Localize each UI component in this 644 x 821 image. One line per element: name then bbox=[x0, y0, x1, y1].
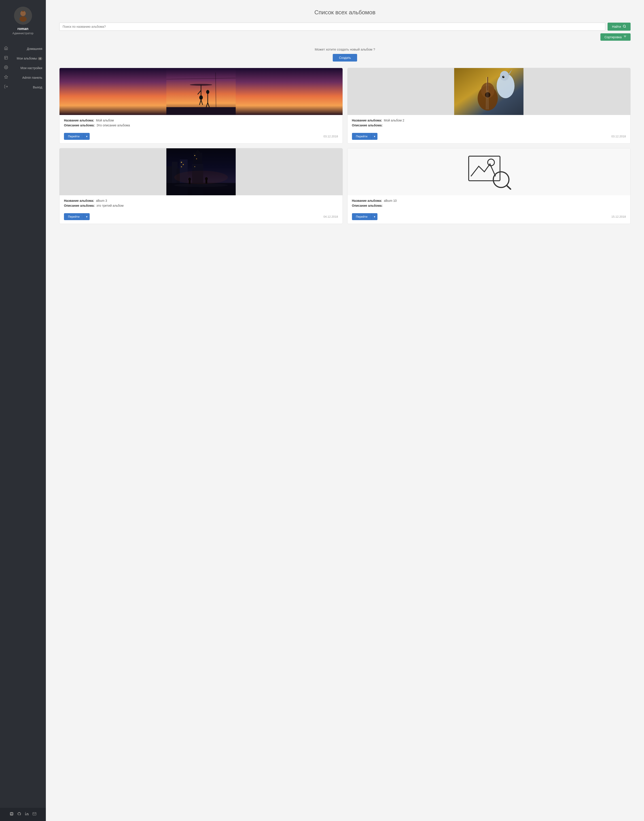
sidebar-item-admin[interactable]: Admin панель bbox=[0, 73, 46, 82]
search-row: Найти bbox=[59, 23, 630, 31]
album-name-value-1: Мой альбом bbox=[96, 118, 114, 122]
album-thumb-2 bbox=[348, 68, 630, 115]
search-icon bbox=[623, 25, 626, 29]
sidebar-item-my-albums[interactable]: Мои альбомы4 bbox=[0, 54, 46, 63]
goto-group-4: Перейти ▾ bbox=[352, 213, 378, 220]
album-name-field-3: Название альбома: album 3 bbox=[64, 199, 338, 203]
svg-point-59 bbox=[488, 159, 494, 166]
album-desc-label-3: Описание альбома: bbox=[64, 204, 95, 207]
sidebar-item-my-settings[interactable]: Мои настройки bbox=[0, 63, 46, 73]
avatar-area: roman Администратор bbox=[0, 0, 46, 39]
album-name-label-3: Название альбома: bbox=[64, 199, 94, 203]
svg-rect-21 bbox=[166, 107, 236, 115]
svg-point-36 bbox=[504, 76, 504, 77]
sidebar-item-home[interactable]: Домашняя bbox=[0, 44, 46, 54]
album-date-2: 03.12.2018 bbox=[611, 135, 626, 138]
github-icon[interactable] bbox=[17, 812, 21, 817]
album-desc-value-1: Это описание альбома bbox=[97, 123, 130, 127]
album-desc-field-2: Описание альбома: bbox=[352, 123, 626, 127]
svg-rect-47 bbox=[181, 166, 182, 167]
search-input[interactable] bbox=[59, 23, 605, 31]
sidebar-item-my-albums-label: Мои альбомы4 bbox=[11, 57, 42, 60]
album-desc-field-4: Описание альбома: bbox=[352, 204, 626, 207]
goto-button-4[interactable]: Перейти bbox=[352, 213, 372, 220]
svg-point-55 bbox=[188, 178, 191, 181]
album-name-label-2: Название альбома: bbox=[352, 118, 382, 122]
sidebar-username: roman bbox=[17, 27, 28, 31]
page-title: Список всех альбомов bbox=[59, 9, 630, 16]
album-date-1: 03.12.2018 bbox=[324, 135, 338, 138]
album-card-3: Название альбома: album 3 Описание альбо… bbox=[59, 148, 343, 224]
sidebar-item-home-label: Домашняя bbox=[11, 47, 42, 51]
album-name-value-4: album 10 bbox=[384, 199, 397, 203]
svg-point-33 bbox=[500, 71, 509, 81]
goto-group-2: Перейти ▾ bbox=[352, 133, 378, 140]
goto-dropdown-4[interactable]: ▾ bbox=[371, 213, 377, 220]
album-footer-4: Перейти ▾ 15.12.2018 bbox=[348, 210, 630, 224]
albums-badge: 4 bbox=[38, 57, 42, 60]
sort-button[interactable]: Сортировка bbox=[600, 33, 630, 41]
album-thumb-1 bbox=[60, 68, 343, 115]
album-name-field-2: Название альбома: Мой альбом 2 bbox=[352, 118, 626, 122]
album-name-field-4: Название альбома: album 10 bbox=[352, 199, 626, 203]
album-thumb-4 bbox=[348, 148, 630, 195]
create-prompt-text: Может хотите создать новый альбом ? bbox=[59, 48, 630, 51]
album-desc-label-4: Описание альбома: bbox=[352, 204, 383, 207]
album-card-4: Название альбома: album 10 Описание альб… bbox=[347, 148, 631, 224]
albums-icon bbox=[3, 56, 9, 61]
album-desc-field-3: Описание альбома: это третий альбом bbox=[64, 204, 338, 207]
sort-row: Сортировка bbox=[59, 33, 630, 41]
svg-rect-46 bbox=[183, 164, 184, 165]
svg-line-9 bbox=[625, 27, 626, 28]
goto-dropdown-3[interactable]: ▾ bbox=[84, 213, 90, 220]
album-info-4: Название альбома: album 10 Описание альб… bbox=[348, 195, 630, 210]
album-footer-2: Перейти ▾ 03.12.2018 bbox=[348, 130, 630, 143]
album-card-2: Название альбома: Мой альбом 2 Описание … bbox=[347, 68, 631, 144]
sidebar-item-logout[interactable]: Выход bbox=[0, 82, 46, 92]
sidebar-footer bbox=[0, 808, 46, 821]
home-icon bbox=[3, 46, 9, 51]
album-name-field-1: Название альбома: Мой альбом bbox=[64, 118, 338, 122]
email-icon[interactable] bbox=[32, 812, 37, 817]
avatar bbox=[14, 7, 32, 25]
svg-rect-45 bbox=[181, 162, 182, 163]
album-info-2: Название альбома: Мой альбом 2 Описание … bbox=[348, 115, 630, 130]
create-button[interactable]: Создать bbox=[333, 54, 357, 61]
vk-icon[interactable] bbox=[10, 812, 14, 817]
svg-rect-50 bbox=[194, 166, 195, 167]
goto-button-2[interactable]: Перейти bbox=[352, 133, 372, 140]
svg-rect-48 bbox=[194, 155, 195, 156]
search-button[interactable]: Найти bbox=[607, 23, 630, 31]
sidebar-item-settings-label: Мои настройки bbox=[11, 66, 42, 70]
search-button-label: Найти bbox=[612, 25, 621, 28]
svg-point-8 bbox=[623, 25, 626, 27]
svg-line-61 bbox=[507, 186, 511, 190]
svg-point-28 bbox=[485, 92, 491, 98]
goto-dropdown-1[interactable]: ▾ bbox=[84, 133, 90, 140]
create-prompt: Может хотите создать новый альбом ? Созд… bbox=[59, 48, 630, 61]
linkedin-icon[interactable] bbox=[25, 812, 29, 817]
svg-point-57 bbox=[205, 177, 208, 180]
album-date-4: 15.12.2018 bbox=[611, 215, 626, 218]
goto-group-3: Перейти ▾ bbox=[64, 213, 90, 220]
album-date-3: 04.12.2018 bbox=[324, 215, 338, 218]
album-name-label-4: Название альбома: bbox=[352, 199, 382, 203]
sidebar: roman Администратор Домашняя Мои альбомы… bbox=[0, 0, 46, 821]
sidebar-item-logout-label: Выход bbox=[11, 86, 42, 89]
svg-point-3 bbox=[20, 16, 27, 22]
svg-rect-58 bbox=[469, 156, 500, 181]
settings-icon bbox=[3, 65, 9, 71]
album-thumb-3 bbox=[60, 148, 343, 195]
album-desc-label-2: Описание альбома: bbox=[352, 123, 383, 127]
svg-point-5 bbox=[6, 67, 7, 68]
album-desc-value-3: это третий альбом bbox=[97, 204, 123, 207]
sort-icon bbox=[623, 35, 627, 39]
goto-dropdown-2[interactable]: ▾ bbox=[371, 133, 377, 140]
svg-point-53 bbox=[174, 171, 228, 184]
album-footer-3: Перейти ▾ 04.12.2018 bbox=[60, 210, 343, 224]
goto-button-3[interactable]: Перейти bbox=[64, 213, 84, 220]
svg-rect-4 bbox=[5, 56, 8, 59]
svg-point-13 bbox=[199, 95, 203, 100]
goto-button-1[interactable]: Перейти bbox=[64, 133, 84, 140]
sidebar-item-admin-label: Admin панель bbox=[11, 76, 42, 80]
